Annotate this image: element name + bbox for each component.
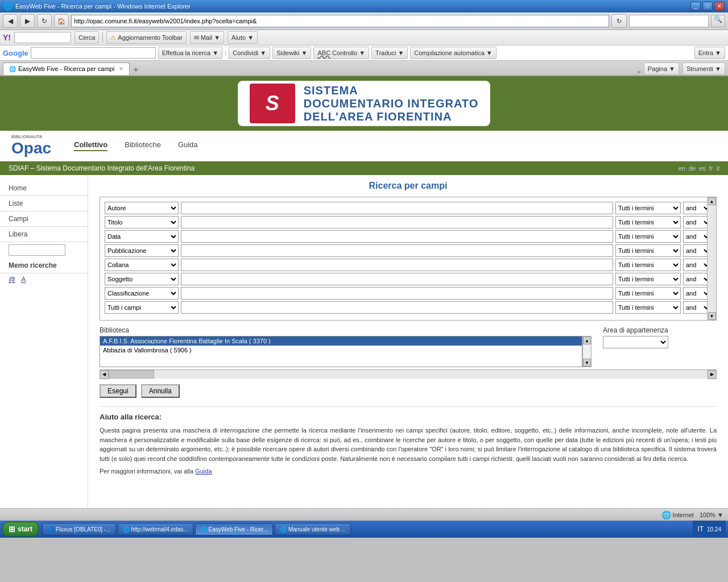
field-select-4[interactable]: Collana: [105, 259, 179, 271]
term-select-5[interactable]: Tutti i termini: [615, 273, 681, 285]
google-sidewiki-button[interactable]: Sidewiki ▼: [272, 47, 311, 59]
field-input-4[interactable]: [181, 259, 613, 271]
term-select-4[interactable]: Tutti i termini: [615, 259, 681, 271]
biblioteca-item-0[interactable]: A.F.B.I.S. Associazione Fiorentina Batta…: [100, 336, 582, 346]
term-select-3[interactable]: Tutti i termini: [615, 244, 681, 257]
tools-menu-button[interactable]: Strumenti ▼: [682, 63, 725, 75]
field-select-1[interactable]: Titolo: [105, 216, 179, 228]
maximize-button[interactable]: □: [702, 2, 713, 11]
field-input-3[interactable]: [181, 244, 613, 257]
start-label: start: [18, 525, 32, 533]
home-button[interactable]: 🏠: [54, 14, 69, 28]
toolbar-mail-button[interactable]: ✉ Mail ▼: [190, 31, 224, 44]
nav-link-collettivo[interactable]: Collettivo: [74, 140, 107, 151]
google-autofill-button[interactable]: Compilazione automatica ▼: [410, 47, 496, 59]
address-bar[interactable]: [71, 15, 609, 27]
horiz-scroll-right[interactable]: ▶: [708, 370, 717, 379]
back-button[interactable]: ◀: [3, 14, 18, 28]
field-input-7[interactable]: [181, 301, 613, 314]
google-share-button[interactable]: Condividi ▼: [229, 47, 270, 59]
annulla-button[interactable]: Annulla: [141, 384, 180, 398]
site-logo-box: S: [250, 84, 295, 123]
lang-links: en de es fr it: [679, 165, 719, 172]
browser-search-input[interactable]: [629, 15, 709, 27]
opac-logo: BIBLIONAUTA Opac: [11, 134, 51, 157]
term-select-2[interactable]: Tutti i termini: [615, 230, 681, 243]
search-row-2: Data Tutti i termini and: [105, 230, 712, 243]
sidebar-link-a[interactable]: A: [21, 276, 26, 284]
sidebar-item-campi[interactable]: Campi: [0, 211, 88, 227]
help-section: Aiuto alla ricerca: Questa pagina presen…: [100, 406, 717, 476]
toolbar-help-button[interactable]: Aiuto ▼: [228, 31, 258, 44]
lang-es[interactable]: es: [699, 165, 706, 172]
biblioteca-list[interactable]: A.F.B.I.S. Associazione Fiorentina Batta…: [100, 336, 582, 367]
page-menu-button[interactable]: Pagina ▼: [644, 63, 679, 75]
refresh-button[interactable]: ↻: [37, 14, 52, 28]
new-tab-button[interactable]: +: [133, 65, 138, 75]
google-enter-button[interactable]: Entra ▼: [694, 47, 725, 59]
field-input-5[interactable]: [181, 273, 613, 285]
windows-icon: ⊞: [9, 525, 15, 534]
google-search-button[interactable]: Effettua la ricerca ▼: [158, 47, 222, 59]
field-select-7[interactable]: Tutti i campi: [105, 301, 179, 314]
toolbar-chevron[interactable]: »: [637, 69, 640, 75]
scrollbar-down-button[interactable]: ▼: [708, 312, 716, 320]
scrollbar-up-button[interactable]: ▲: [708, 197, 716, 205]
field-input-0[interactable]: [181, 202, 613, 214]
sidebar-item-libera[interactable]: Libera: [0, 227, 88, 242]
google-spell-button[interactable]: ABC Controllo ▼: [313, 47, 369, 59]
lang-it[interactable]: it: [717, 165, 720, 172]
google-search-input[interactable]: [31, 47, 156, 59]
taskbar-item-0[interactable]: 🔵 Fluxus [OBLATE0] -...: [42, 523, 116, 535]
horiz-scroll-left[interactable]: ◀: [100, 370, 109, 379]
horiz-scroll-track: [109, 370, 708, 379]
biblioteca-item-1[interactable]: Abbazia di Vallombrosa ( 5906 ): [100, 346, 582, 355]
field-select-0[interactable]: Autore: [105, 202, 179, 214]
scrollbar-track: [708, 205, 716, 312]
biblioteca-scroll-up[interactable]: ▲: [583, 336, 591, 344]
active-tab[interactable]: 🌐 EasyWeb Five - Ricerca per campi ✕: [3, 63, 130, 75]
tab-close-icon[interactable]: ✕: [119, 66, 123, 72]
biblioteca-scroll-down[interactable]: ▼: [583, 359, 591, 367]
field-input-1[interactable]: [181, 216, 613, 228]
area-select[interactable]: [603, 336, 668, 348]
go-button[interactable]: ↻: [611, 14, 627, 28]
nav-link-biblioteche[interactable]: Biblioteche: [125, 140, 161, 151]
yahoo-search-input[interactable]: [14, 32, 71, 43]
yahoo-search-button[interactable]: Cerca: [75, 31, 99, 44]
term-select-6[interactable]: Tutti i termini: [615, 287, 681, 300]
start-button[interactable]: ⊞ start: [2, 522, 39, 537]
titlebar-controls[interactable]: _ □ ✕: [690, 2, 725, 11]
sidebar-item-home[interactable]: Home: [0, 181, 88, 196]
field-select-6[interactable]: Classificazione: [105, 287, 179, 300]
sidebar-link-at[interactable]: @: [9, 276, 15, 284]
horiz-scroll-thumb[interactable]: [109, 370, 154, 379]
term-select-0[interactable]: Tutti i termini: [615, 202, 681, 214]
field-select-3[interactable]: Pubblicazione: [105, 244, 179, 257]
taskbar-item-2[interactable]: 🌐 EasyWeb Five - Ricer...: [195, 523, 273, 535]
field-input-2[interactable]: [181, 230, 613, 243]
google-translate-button[interactable]: Traduci ▼: [371, 47, 408, 59]
sidebar-item-liste[interactable]: Liste: [0, 196, 88, 211]
taskbar-item-3[interactable]: 🌐 Manuale utente web ...: [275, 523, 351, 535]
toolbar-update-button[interactable]: ⚠ Aggiornamento Toolbar: [106, 31, 187, 44]
esegui-button[interactable]: Esegui: [100, 384, 136, 398]
close-button[interactable]: ✕: [714, 2, 725, 11]
sidebar: Home Liste Campi Libera Memo ricerche @ …: [0, 175, 88, 508]
guida-link[interactable]: Guida: [195, 468, 212, 475]
forward-button[interactable]: ▶: [20, 14, 35, 28]
nav-link-guida[interactable]: Guida: [178, 140, 198, 151]
lang-fr[interactable]: fr: [709, 165, 713, 172]
field-select-5[interactable]: Soggetto: [105, 273, 179, 285]
minimize-button[interactable]: _: [690, 2, 701, 11]
lang-de[interactable]: de: [689, 165, 696, 172]
field-input-6[interactable]: [181, 287, 613, 300]
term-select-1[interactable]: Tutti i termini: [615, 216, 681, 228]
lang-en[interactable]: en: [679, 165, 685, 172]
browser-search-button[interactable]: 🔍: [711, 15, 725, 27]
search-title: Ricerca per campi: [100, 181, 717, 191]
taskbar-item-1[interactable]: 🌐 http://webmail4.edas...: [118, 523, 193, 535]
term-select-7[interactable]: Tutti i termini: [615, 301, 681, 314]
field-select-2[interactable]: Data: [105, 230, 179, 243]
sidebar-search-input[interactable]: [9, 244, 65, 256]
